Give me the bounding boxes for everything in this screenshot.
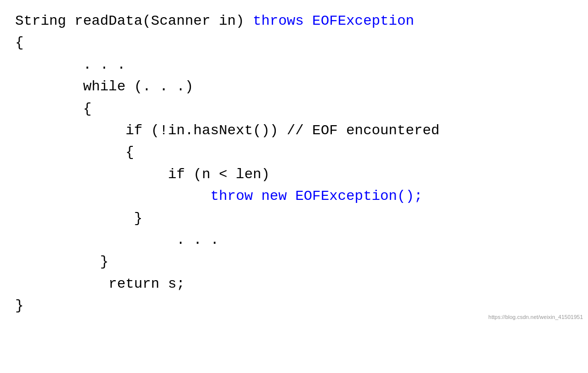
code-line-3: . . .	[15, 54, 573, 76]
throw-statement: throw new EOFException();	[210, 185, 422, 207]
code-text: }	[15, 207, 142, 229]
code-text: }	[15, 251, 109, 273]
code-line-7: {	[15, 141, 573, 163]
code-line-12: }	[15, 251, 573, 273]
code-line-4: while (. . .)	[15, 76, 573, 97]
code-text: }	[15, 295, 24, 316]
code-line-2: {	[15, 32, 573, 54]
code-text: return s;	[15, 273, 185, 295]
code-line-9: throw new EOFException();	[15, 185, 573, 207]
code-text: if (n < len)	[15, 164, 270, 185]
code-text: {	[15, 141, 134, 163]
code-line-11: . . .	[15, 229, 573, 251]
code-text: {	[15, 32, 24, 54]
watermark: https://blog.csdn.net/weixin_41501951	[488, 313, 583, 322]
code-line-6: if (!in.hasNext()) // EOF encountered	[15, 120, 573, 141]
code-line-10: }	[15, 207, 573, 229]
code-text: . . .	[15, 54, 125, 76]
code-text: . . .	[15, 229, 219, 251]
code-text: if (!in.hasNext()) // EOF encountered	[15, 120, 439, 141]
code-line-1: String readData(Scanner in) throws EOFEx…	[15, 10, 573, 32]
code-block: String readData(Scanner in) throws EOFEx…	[0, 0, 588, 327]
code-line-5: {	[15, 98, 573, 120]
code-line-13: return s;	[15, 273, 573, 295]
code-text-blue: throws EOFException	[253, 10, 414, 32]
code-text: {	[15, 98, 91, 120]
code-text	[15, 185, 210, 207]
code-text: while (. . .)	[15, 76, 193, 97]
code-text: String readData(Scanner in)	[15, 10, 253, 32]
code-line-8: if (n < len)	[15, 164, 573, 185]
